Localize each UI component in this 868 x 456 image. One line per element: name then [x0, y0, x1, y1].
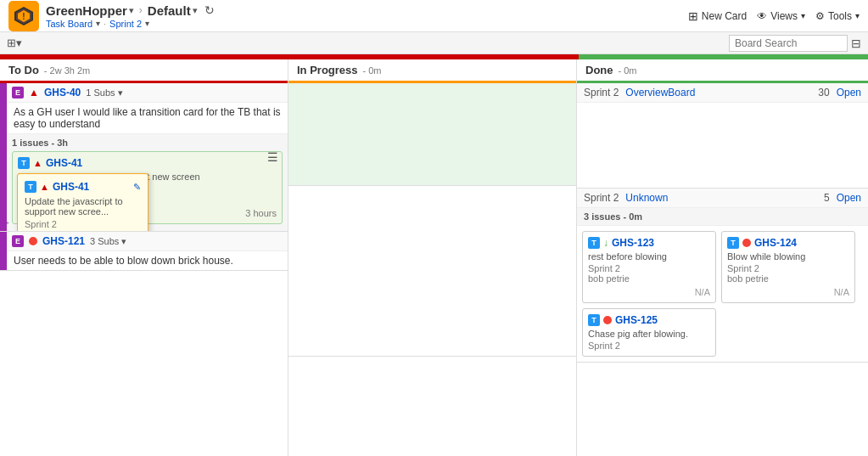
done-column: Done - 0m Sprint 2 OverviewBoard 30 Open… — [577, 59, 868, 456]
epic1-done-sprint: Sprint 2 — [584, 87, 619, 99]
inprogress-column: In Progress - 0m — [288, 59, 577, 456]
tools-dropdown-arrow: ▾ — [855, 11, 860, 20]
task-board-dropdown[interactable]: ▾ — [96, 19, 100, 28]
card125-priority-dot — [603, 316, 612, 324]
card41-priority-icon: ▲ — [33, 158, 42, 168]
drag-arrow — [7, 210, 14, 231]
epic1-done-cell: Sprint 2 OverviewBoard 30 Open — [577, 83, 868, 189]
card123-sprint: Sprint 2 — [588, 263, 710, 273]
logo: ! — [8, 1, 39, 31]
epic2-done-board-link[interactable]: Unknown — [625, 192, 668, 204]
epic1-inprogress-cell — [288, 83, 576, 186]
epic2-subheader: 3 issues - 0m — [577, 208, 868, 226]
app-dropdown-arrow[interactable]: ▾ — [129, 5, 134, 16]
done-column-header: Done - 0m — [577, 59, 868, 83]
card123-type-icon: T — [588, 237, 600, 249]
tooltip-type-icon: T — [25, 181, 36, 193]
card124-priority-dot — [742, 239, 751, 247]
card123-summary: rest before blowing — [588, 251, 710, 262]
epic1-subissues: 1 issues - 3h ☰ — [7, 134, 288, 231]
tooltip-id[interactable]: GHS-41 — [53, 181, 89, 193]
epic1-summary: As a GH user I would like a transition c… — [14, 106, 281, 130]
card123-footer: N/A — [695, 287, 710, 297]
tooltip-sprint: Sprint 2 — [25, 219, 141, 229]
card124-sprint: Sprint 2 — [727, 263, 849, 273]
epic1-priority-icon: ▲ — [29, 87, 39, 99]
card123-assignee: bob petrie — [588, 273, 710, 284]
tooltip-priority-icon: ▲ — [40, 182, 49, 192]
epic2-priority-dot — [29, 237, 37, 245]
refresh-icon[interactable]: ↻ — [204, 3, 215, 17]
card41-type-icon: T — [18, 157, 30, 169]
app-name[interactable]: GreenHopper — [46, 3, 127, 18]
card123-id[interactable]: GHS-123 — [612, 237, 654, 249]
epic1-done-open[interactable]: Open — [837, 87, 861, 99]
views-button[interactable]: 👁 Views ▾ — [757, 10, 805, 22]
todo-column: To Do - 2w 3h 2m E ▲ GHS-40 1 Subs ▾ — [0, 59, 288, 456]
tools-icon: ⚙ — [815, 10, 825, 22]
card41-hours: 3 hours — [245, 208, 277, 218]
tooltip-text: Update the javascript to support new scr… — [25, 196, 141, 217]
task-board-link[interactable]: Task Board — [46, 19, 92, 29]
card124-summary: Blow while blowing — [727, 251, 849, 262]
epic2-inprogress-cell — [288, 186, 576, 357]
epic2-id[interactable]: GHS-121 — [42, 235, 85, 247]
views-dropdown-arrow: ▾ — [801, 11, 805, 20]
svg-text:!: ! — [22, 12, 25, 21]
epic1-subs[interactable]: 1 Subs ▾ — [86, 87, 122, 99]
epic1-stripe — [0, 83, 7, 231]
sub-card-123[interactable]: T ↓ GHS-123 rest before blowing Sprint 2… — [582, 231, 716, 303]
card124-footer: N/A — [834, 287, 849, 297]
card125-summary: Chase pig after blowing. — [588, 329, 710, 339]
card125-id[interactable]: GHS-125 — [615, 314, 658, 326]
views-icon: 👁 — [757, 10, 767, 22]
card124-id[interactable]: GHS-124 — [754, 237, 797, 249]
search-settings-icon[interactable]: ⊟ — [851, 37, 861, 50]
epic1-row: E ▲ GHS-40 1 Subs ▾ As a GH user I would… — [0, 83, 288, 232]
card41-id[interactable]: GHS-41 — [46, 157, 82, 169]
sub-card-124[interactable]: T GHS-124 Blow while blowing Sprint 2 bo… — [721, 231, 855, 303]
epic2-done-sprint: Sprint 2 — [584, 192, 619, 204]
sub-card-125[interactable]: T GHS-125 Chase pig after blowing. Sprin… — [582, 308, 716, 357]
card125-sprint: Sprint 2 — [588, 341, 710, 351]
card125-type-icon: T — [588, 314, 600, 326]
card124-assignee: bob petrie — [727, 273, 849, 284]
epic2-subs[interactable]: 3 Subs ▾ — [90, 236, 126, 247]
inprogress-column-header: In Progress - 0m — [288, 59, 576, 83]
card-41-tooltip: T ▲ GHS-41 ✎ Update the javascript to su… — [17, 173, 148, 231]
filter-icon[interactable]: ⊞▾ — [7, 37, 22, 49]
epic2-done-num: 5 — [824, 192, 830, 204]
board-search-input[interactable] — [729, 35, 848, 52]
epic2-todo-row: E GHS-121 3 Subs ▾ User needs to be able… — [0, 232, 288, 271]
sprint-dropdown[interactable]: ▾ — [145, 19, 149, 28]
epic2-summary: User needs to be able to blow down brick… — [14, 255, 233, 267]
list-view-icon[interactable]: ☰ — [267, 150, 278, 164]
tools-button[interactable]: ⚙ Tools ▾ — [815, 10, 860, 22]
new-card-button[interactable]: ⊞ New Card — [688, 9, 747, 23]
card123-priority-icon: ↓ — [603, 237, 608, 249]
sprint-link[interactable]: Sprint 2 — [109, 19, 142, 29]
epic2-type-icon: E — [12, 235, 24, 247]
card124-type-icon: T — [727, 237, 739, 249]
epic1-done-board-link[interactable]: OverviewBoard — [625, 87, 695, 99]
board-search: ⊟ — [729, 35, 861, 52]
tooltip-edit-icon[interactable]: ✎ — [133, 182, 141, 193]
epic2-done-cell: Sprint 2 Unknown 5 Open 3 issues - 0m T … — [577, 189, 868, 363]
epic1-done-num: 30 — [818, 87, 829, 99]
header-left: GreenHopper ▾ › Default ▾ ↻ Task Board ▾… — [46, 3, 215, 29]
epic1-id[interactable]: GHS-40 — [44, 87, 81, 99]
new-card-icon: ⊞ — [688, 9, 698, 23]
tooltip-assignee: Michal D... — [25, 229, 141, 231]
board-dropdown-arrow[interactable]: ▾ — [193, 5, 198, 16]
header-right: ⊞ New Card 👁 Views ▾ ⚙ Tools ▾ — [688, 9, 860, 23]
issue-card-41[interactable]: ☰ — [12, 151, 283, 224]
todo-column-header: To Do - 2w 3h 2m — [0, 59, 288, 83]
board-name[interactable]: Default — [148, 3, 191, 18]
epic2-stripe — [0, 232, 7, 270]
epic2-done-open[interactable]: Open — [837, 192, 861, 204]
epic1-type-icon: E — [12, 87, 24, 99]
epic2-done-cards: T ↓ GHS-123 rest before blowing Sprint 2… — [577, 226, 868, 362]
